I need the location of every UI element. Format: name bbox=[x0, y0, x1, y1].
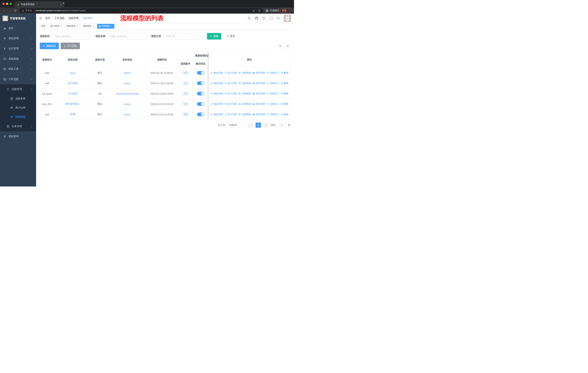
sidebar-item-workflow[interactable]: 工作流程 bbox=[0, 74, 36, 84]
search-icon[interactable] bbox=[247, 16, 251, 20]
tag-home[interactable]: 首页 bbox=[39, 24, 47, 29]
sidebar-item-task-mgmt[interactable]: 任务管理 bbox=[0, 121, 36, 131]
window-zoom-button[interactable] bbox=[10, 3, 12, 5]
reset-button[interactable]: 重置 bbox=[223, 33, 238, 40]
window-close-button[interactable] bbox=[2, 3, 5, 5]
show-search-button[interactable] bbox=[278, 43, 283, 49]
form-info-link[interactable]: biubiu bbox=[124, 103, 130, 105]
import-process-button[interactable]: 导入流程 bbox=[61, 43, 80, 49]
close-icon[interactable]: × bbox=[77, 25, 78, 28]
sidebar-item-payment[interactable]: 支付管理 bbox=[0, 43, 36, 54]
breadcrumb-process-mgmt[interactable]: 流程管理 bbox=[69, 17, 79, 20]
breadcrumb-workflow[interactable]: 工作流程 bbox=[54, 17, 64, 20]
process-name-input[interactable] bbox=[108, 33, 147, 40]
next-page-button[interactable]: › bbox=[263, 122, 269, 128]
font-size-icon[interactable] bbox=[276, 16, 280, 20]
sidebar-item-infra[interactable]: 基础设施 bbox=[0, 54, 36, 64]
edit-action[interactable]: 修改流程 bbox=[210, 92, 223, 95]
delete-action[interactable]: 删除 bbox=[281, 113, 289, 116]
definition-action[interactable]: 流程定义 bbox=[267, 113, 279, 116]
delete-action[interactable]: 删除 bbox=[281, 102, 289, 106]
sidebar-item-process-model[interactable]: 流程模型 bbox=[0, 112, 36, 121]
definition-action[interactable]: 流程定义 bbox=[267, 92, 279, 95]
form-info-link[interactable]: biubiu bbox=[124, 82, 130, 85]
delete-action[interactable]: 删除 bbox=[281, 92, 289, 95]
process-name-link[interactable]: 自己审批 bbox=[68, 82, 78, 84]
form-info-link[interactable]: biubiu bbox=[124, 71, 130, 74]
new-tab-button[interactable]: + bbox=[63, 2, 65, 5]
process-id-input[interactable] bbox=[52, 33, 91, 40]
definition-action[interactable]: 流程定义 bbox=[267, 102, 279, 106]
tag-process-model[interactable]: 流程模型× bbox=[97, 24, 115, 29]
github-icon[interactable] bbox=[255, 16, 258, 20]
edit-action[interactable]: 修改流程 bbox=[210, 113, 223, 116]
form-info-link[interactable]: /bpm/oa/leave/create bbox=[116, 92, 139, 95]
reload-button[interactable] bbox=[12, 8, 18, 13]
browser-menu-kebab-icon[interactable]: ⋮ bbox=[288, 9, 291, 12]
close-icon[interactable]: × bbox=[111, 25, 113, 28]
activation-toggle[interactable] bbox=[197, 71, 204, 75]
publish-action[interactable]: 发布流程 bbox=[253, 113, 265, 116]
sidebar-item-home[interactable]: 首页 bbox=[0, 23, 36, 33]
close-icon[interactable]: × bbox=[93, 25, 94, 28]
prev-page-button[interactable]: ‹ bbox=[248, 122, 253, 128]
edit-action[interactable]: 修改流程 bbox=[210, 71, 223, 74]
help-icon[interactable]: ? bbox=[262, 16, 266, 20]
activation-toggle[interactable] bbox=[197, 92, 204, 95]
create-process-button[interactable]: 新建流程 bbox=[40, 43, 59, 49]
assign-action[interactable]: 分配规则 bbox=[239, 102, 251, 106]
tag-my-process[interactable]: 我的流程× bbox=[65, 24, 80, 29]
process-name-link[interactable]: OA 请假 bbox=[68, 92, 77, 95]
sidebar-item-user-group[interactable]: 用户分组 bbox=[0, 103, 36, 112]
fullscreen-icon[interactable] bbox=[269, 16, 273, 20]
assign-action[interactable]: 分配规则 bbox=[239, 81, 251, 85]
publish-action[interactable]: 发布流程 bbox=[253, 81, 265, 85]
breadcrumb-home[interactable]: 首页 bbox=[45, 17, 50, 20]
back-button[interactable]: ← bbox=[1, 8, 7, 13]
tag-process-form[interactable]: 流程表单× bbox=[81, 24, 96, 29]
user-avatar[interactable] bbox=[284, 15, 291, 22]
process-name-link[interactable]: 测试多审批人 bbox=[65, 102, 80, 105]
definition-action[interactable]: 流程定义 bbox=[267, 81, 279, 85]
design-action[interactable]: 设计流程 bbox=[225, 71, 237, 74]
activation-toggle[interactable] bbox=[197, 112, 204, 116]
security-chip[interactable]: 不安全 bbox=[22, 9, 32, 12]
browser-tab[interactable]: 芋道管理系统 × bbox=[15, 1, 64, 8]
design-action[interactable]: 设计流程 bbox=[225, 81, 237, 85]
page-1-button[interactable]: 1 bbox=[256, 122, 261, 128]
activation-toggle[interactable] bbox=[197, 81, 204, 85]
close-icon[interactable]: × bbox=[60, 25, 62, 28]
sidebar-item-leave-query[interactable]: 请假查询 bbox=[0, 131, 36, 141]
bookmark-star-icon[interactable] bbox=[258, 9, 261, 12]
refresh-table-button[interactable] bbox=[285, 43, 290, 49]
sidebar-item-system[interactable]: 系统管理 bbox=[0, 33, 36, 43]
assign-action[interactable]: 分配规则 bbox=[239, 113, 251, 116]
process-category-select[interactable]: 流程分类 bbox=[163, 33, 204, 40]
window-minimize-button[interactable] bbox=[6, 3, 8, 5]
edit-action[interactable]: 修改流程 bbox=[210, 81, 223, 85]
edit-action[interactable]: 修改流程 bbox=[210, 102, 223, 106]
delete-action[interactable]: 删除 bbox=[281, 81, 289, 85]
process-name-link[interactable]: 滔博 bbox=[70, 113, 75, 116]
browser-update-chip[interactable]: 更新 ⋮ bbox=[280, 8, 293, 13]
password-key-icon[interactable] bbox=[252, 9, 255, 12]
form-info-link[interactable]: biubiu bbox=[124, 113, 130, 116]
definition-action[interactable]: 流程定义 bbox=[267, 71, 279, 74]
hamburger-icon[interactable] bbox=[39, 17, 42, 20]
tag-tenant-mgmt[interactable]: 租户管理× bbox=[49, 24, 64, 29]
sidebar-item-process-mgmt[interactable]: 流程管理 bbox=[0, 84, 36, 94]
search-button[interactable]: 搜索 bbox=[207, 33, 221, 40]
process-name-link[interactable]: eeee bbox=[70, 71, 75, 74]
assign-action[interactable]: 分配规则 bbox=[239, 92, 251, 95]
publish-action[interactable]: 发布流程 bbox=[253, 102, 265, 106]
design-action[interactable]: 设计流程 bbox=[225, 102, 237, 106]
page-size-select[interactable]: 10条/页 bbox=[228, 122, 246, 128]
forward-button[interactable]: → bbox=[7, 8, 12, 13]
assign-action[interactable]: 分配规则 bbox=[239, 71, 251, 74]
tab-close-icon[interactable]: × bbox=[60, 3, 62, 6]
sidebar-item-process-form[interactable]: 流程表单 bbox=[0, 94, 36, 103]
design-action[interactable]: 设计流程 bbox=[225, 113, 237, 116]
publish-action[interactable]: 发布流程 bbox=[253, 71, 265, 74]
publish-action[interactable]: 发布流程 bbox=[253, 92, 265, 95]
goto-page-input[interactable] bbox=[278, 122, 286, 128]
